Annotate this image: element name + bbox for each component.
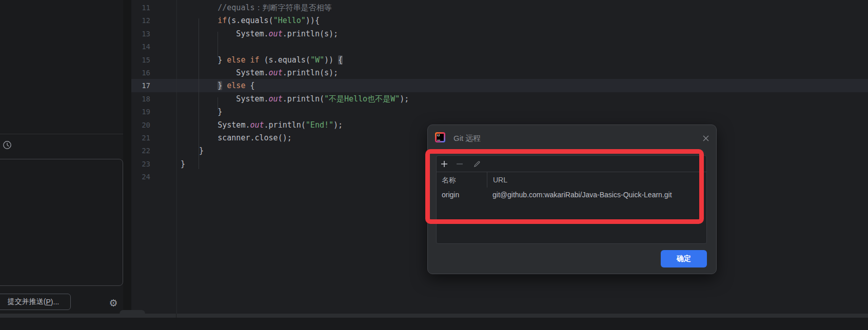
dialog-title: Git 远程 [453, 134, 481, 143]
code-token: if [218, 16, 227, 25]
commit-and-push-button[interactable]: 提交并推送(P)... [0, 294, 71, 310]
line-number[interactable]: 19 [131, 106, 150, 118]
code-token: .println( [264, 120, 306, 130]
ide-window: 1112131415161718192021222324 //equals：判断… [0, 0, 868, 330]
code-token: out [269, 68, 283, 77]
code-line[interactable]: } [181, 145, 409, 157]
commit-message-input[interactable] [0, 159, 123, 286]
code-token: else [227, 55, 245, 65]
gutter[interactable]: 1112131415161718192021222324 [131, 2, 150, 183]
code-line[interactable]: } [181, 106, 409, 118]
code-token: System. [181, 68, 269, 77]
code-token: { [338, 55, 343, 65]
code-token: { [245, 81, 254, 90]
splitter-tick [176, 314, 176, 318]
code-token: System. [181, 120, 250, 130]
panel-editor-divider[interactable] [123, 0, 131, 314]
gutter-separator [176, 0, 177, 314]
horizontal-splitter[interactable] [0, 314, 868, 318]
code-token: "Hello" [273, 16, 306, 25]
code-lines[interactable]: //equals：判断字符串是否相等 if(s.equals("Hello"))… [181, 2, 409, 183]
line-number[interactable]: 17 [131, 79, 150, 92]
code-line[interactable]: } else { [181, 79, 409, 92]
code-token: out [269, 94, 283, 104]
code-line[interactable]: //equals：判断字符串是否相等 [181, 2, 409, 14]
close-icon[interactable] [701, 133, 711, 143]
code-line[interactable]: System.out.println("不是Hello也不是W"); [181, 93, 409, 106]
code-line[interactable]: } else if (s.equals("W")) { [181, 54, 409, 67]
line-number[interactable]: 11 [131, 2, 150, 14]
history-icon[interactable] [3, 140, 12, 150]
code-token: } [181, 146, 204, 155]
code-token: scanner.close(); [181, 133, 292, 142]
code-token: } [181, 107, 222, 116]
code-token: .println( [283, 94, 324, 104]
commit-button-label: 提交并推送( [8, 297, 46, 306]
ok-button-label: 确定 [677, 254, 691, 263]
line-number[interactable]: 14 [131, 40, 150, 53]
line-number[interactable]: 21 [131, 132, 150, 145]
code-token [181, 81, 218, 90]
code-token: if [250, 55, 259, 65]
code-token: (s.equals( [260, 55, 310, 65]
line-number[interactable]: 13 [131, 28, 150, 40]
code-token: ); [400, 94, 409, 104]
bottom-tool-window [0, 318, 868, 330]
code-token: } [181, 159, 185, 169]
code-token: "不是Hello也不是W" [324, 94, 400, 104]
code-token: } [181, 55, 227, 65]
line-number[interactable]: 20 [131, 119, 150, 132]
code-line[interactable]: scanner.close(); [181, 132, 409, 145]
app-icon: IJ [435, 132, 445, 142]
code-token: System. [181, 29, 269, 38]
ok-button[interactable]: 确定 [661, 250, 707, 267]
code-token [181, 16, 218, 25]
code-token: System. [181, 94, 269, 104]
code-token: .println(s); [283, 29, 338, 38]
line-number[interactable]: 12 [131, 14, 150, 27]
splitter-handle[interactable] [120, 310, 145, 314]
settings-gear-icon[interactable]: ⚙ [108, 297, 119, 308]
code-line[interactable]: if(s.equals("Hello")){ [181, 14, 409, 27]
code-token: out [269, 29, 283, 38]
code-token: "End!" [306, 120, 333, 130]
code-line[interactable]: System.out.println(s); [181, 28, 409, 40]
line-number[interactable]: 23 [131, 158, 150, 171]
code-token: ); [333, 120, 343, 130]
commit-button-mnemonic: P [46, 298, 50, 306]
code-token: else [227, 81, 245, 90]
line-number[interactable]: 24 [131, 171, 150, 183]
code-token: //equals：判断字符串是否相等 [181, 3, 332, 12]
code-token: .println(s); [283, 68, 338, 77]
code-token: "W" [310, 55, 324, 65]
code-token [222, 81, 227, 90]
code-token: out [250, 120, 264, 130]
code-line[interactable]: System.out.println(s); [181, 67, 409, 79]
code-line[interactable] [181, 40, 409, 53]
line-number[interactable]: 15 [131, 54, 150, 67]
commit-button-label-suffix: )... [51, 298, 59, 306]
line-number[interactable]: 22 [131, 145, 150, 157]
code-token: )){ [306, 16, 320, 25]
line-number[interactable]: 16 [131, 67, 150, 79]
code-token: (s.equals( [227, 16, 273, 25]
line-number[interactable]: 18 [131, 93, 150, 106]
code-token: )) [324, 55, 338, 65]
code-line[interactable] [181, 171, 409, 183]
code-line[interactable]: } [181, 158, 409, 171]
code-token: } [218, 81, 222, 90]
annotation-rectangle [425, 149, 704, 224]
panel-separator [0, 134, 130, 134]
code-line[interactable]: System.out.println("End!"); [181, 119, 409, 132]
